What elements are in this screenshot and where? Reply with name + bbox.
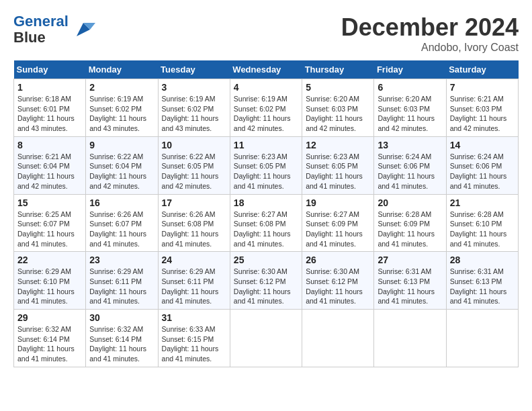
calendar-cell: 1Sunrise: 6:18 AMSunset: 6:01 PMDaylight… <box>14 79 86 137</box>
day-number: 5 <box>306 82 370 93</box>
calendar-cell: 8Sunrise: 6:21 AMSunset: 6:04 PMDaylight… <box>14 136 86 194</box>
cell-info: Sunrise: 6:19 AMSunset: 6:02 PMDaylight:… <box>234 94 298 134</box>
day-number: 17 <box>162 197 226 208</box>
cell-info: Sunrise: 6:22 AMSunset: 6:04 PMDaylight:… <box>89 152 154 191</box>
calendar-cell: 11Sunrise: 6:23 AMSunset: 6:05 PMDayligh… <box>230 136 302 194</box>
logo-text: General Blue <box>13 13 69 46</box>
calendar-cell: 22Sunrise: 6:29 AMSunset: 6:10 PMDayligh… <box>14 252 86 310</box>
calendar-cell <box>374 310 446 367</box>
calendar-cell: 16Sunrise: 6:26 AMSunset: 6:07 PMDayligh… <box>86 194 158 252</box>
calendar-cell: 27Sunrise: 6:31 AMSunset: 6:13 PMDayligh… <box>374 252 446 310</box>
day-number: 3 <box>162 82 226 93</box>
day-number: 19 <box>306 197 370 208</box>
calendar-cell: 10Sunrise: 6:22 AMSunset: 6:05 PMDayligh… <box>158 136 230 194</box>
calendar-cell: 9Sunrise: 6:22 AMSunset: 6:04 PMDaylight… <box>86 136 158 194</box>
day-number: 4 <box>234 82 298 93</box>
cell-info: Sunrise: 6:27 AMSunset: 6:09 PMDaylight:… <box>306 210 370 249</box>
calendar-cell: 29Sunrise: 6:32 AMSunset: 6:14 PMDayligh… <box>14 310 86 367</box>
cell-info: Sunrise: 6:31 AMSunset: 6:13 PMDaylight:… <box>450 267 515 306</box>
day-number: 20 <box>378 197 442 208</box>
calendar-week-2: 8Sunrise: 6:21 AMSunset: 6:04 PMDaylight… <box>14 136 519 194</box>
day-number: 13 <box>378 140 442 150</box>
cell-info: Sunrise: 6:26 AMSunset: 6:08 PMDaylight:… <box>162 210 226 249</box>
cell-info: Sunrise: 6:25 AMSunset: 6:07 PMDaylight:… <box>17 210 82 249</box>
calendar-header: SundayMondayTuesdayWednesdayThursdayFrid… <box>14 60 519 79</box>
cell-info: Sunrise: 6:20 AMSunset: 6:03 PMDaylight:… <box>378 94 442 134</box>
calendar-cell: 4Sunrise: 6:19 AMSunset: 6:02 PMDaylight… <box>230 79 302 137</box>
day-number: 24 <box>162 255 226 265</box>
weekday-header-saturday: Saturday <box>446 60 518 79</box>
weekday-header-monday: Monday <box>86 60 158 79</box>
day-number: 11 <box>234 140 298 150</box>
cell-info: Sunrise: 6:29 AMSunset: 6:11 PMDaylight:… <box>89 267 154 306</box>
calendar-cell: 12Sunrise: 6:23 AMSunset: 6:05 PMDayligh… <box>302 136 374 194</box>
cell-info: Sunrise: 6:20 AMSunset: 6:03 PMDaylight:… <box>306 94 370 134</box>
weekday-header-wednesday: Wednesday <box>230 60 302 79</box>
weekday-header-thursday: Thursday <box>302 60 374 79</box>
calendar-cell: 6Sunrise: 6:20 AMSunset: 6:03 PMDaylight… <box>374 79 446 137</box>
cell-info: Sunrise: 6:19 AMSunset: 6:02 PMDaylight:… <box>162 94 226 134</box>
calendar-cell: 5Sunrise: 6:20 AMSunset: 6:03 PMDaylight… <box>302 79 374 137</box>
day-number: 30 <box>89 312 154 323</box>
calendar-cell: 15Sunrise: 6:25 AMSunset: 6:07 PMDayligh… <box>14 194 86 252</box>
calendar-cell: 17Sunrise: 6:26 AMSunset: 6:08 PMDayligh… <box>158 194 230 252</box>
cell-info: Sunrise: 6:26 AMSunset: 6:07 PMDaylight:… <box>89 210 154 249</box>
calendar-cell: 24Sunrise: 6:29 AMSunset: 6:11 PMDayligh… <box>158 252 230 310</box>
day-number: 10 <box>162 140 226 150</box>
title-block: December 2024 Andobo, Ivory Coast <box>341 13 519 54</box>
day-number: 9 <box>89 140 154 150</box>
cell-info: Sunrise: 6:18 AMSunset: 6:01 PMDaylight:… <box>17 94 82 134</box>
cell-info: Sunrise: 6:28 AMSunset: 6:09 PMDaylight:… <box>378 210 442 249</box>
cell-info: Sunrise: 6:23 AMSunset: 6:05 PMDaylight:… <box>234 152 298 191</box>
day-number: 18 <box>234 197 298 208</box>
cell-info: Sunrise: 6:31 AMSunset: 6:13 PMDaylight:… <box>378 267 442 306</box>
cell-info: Sunrise: 6:32 AMSunset: 6:14 PMDaylight:… <box>17 324 82 364</box>
day-number: 27 <box>378 255 442 265</box>
calendar-cell: 20Sunrise: 6:28 AMSunset: 6:09 PMDayligh… <box>374 194 446 252</box>
calendar-cell: 2Sunrise: 6:19 AMSunset: 6:02 PMDaylight… <box>86 79 158 137</box>
weekday-header-tuesday: Tuesday <box>158 60 230 79</box>
cell-info: Sunrise: 6:32 AMSunset: 6:14 PMDaylight:… <box>89 324 154 364</box>
day-number: 1 <box>17 82 82 93</box>
calendar-cell: 31Sunrise: 6:33 AMSunset: 6:15 PMDayligh… <box>158 310 230 367</box>
cell-info: Sunrise: 6:29 AMSunset: 6:11 PMDaylight:… <box>162 267 226 306</box>
calendar-cell: 25Sunrise: 6:30 AMSunset: 6:12 PMDayligh… <box>230 252 302 310</box>
day-number: 28 <box>450 255 515 265</box>
cell-info: Sunrise: 6:28 AMSunset: 6:10 PMDaylight:… <box>450 210 515 249</box>
day-number: 15 <box>17 197 82 208</box>
cell-info: Sunrise: 6:21 AMSunset: 6:03 PMDaylight:… <box>450 94 515 134</box>
location-title: Andobo, Ivory Coast <box>341 42 519 54</box>
day-number: 2 <box>89 82 154 93</box>
cell-info: Sunrise: 6:23 AMSunset: 6:05 PMDaylight:… <box>306 152 370 191</box>
day-number: 8 <box>17 140 82 150</box>
calendar-body: 1Sunrise: 6:18 AMSunset: 6:01 PMDaylight… <box>14 79 519 367</box>
calendar-cell <box>230 310 302 367</box>
day-number: 21 <box>450 197 515 208</box>
calendar-cell: 7Sunrise: 6:21 AMSunset: 6:03 PMDaylight… <box>446 79 518 137</box>
weekday-header-sunday: Sunday <box>14 60 86 79</box>
cell-info: Sunrise: 6:29 AMSunset: 6:10 PMDaylight:… <box>17 267 82 306</box>
day-number: 16 <box>89 197 154 208</box>
calendar-week-4: 22Sunrise: 6:29 AMSunset: 6:10 PMDayligh… <box>14 252 519 310</box>
calendar-cell: 21Sunrise: 6:28 AMSunset: 6:10 PMDayligh… <box>446 194 518 252</box>
calendar-cell <box>302 310 374 367</box>
logo-icon <box>71 17 95 42</box>
calendar-cell: 26Sunrise: 6:30 AMSunset: 6:12 PMDayligh… <box>302 252 374 310</box>
day-number: 14 <box>450 140 515 150</box>
cell-info: Sunrise: 6:21 AMSunset: 6:04 PMDaylight:… <box>17 152 82 191</box>
page-header: General Blue December 2024 Andobo, Ivory… <box>13 13 519 54</box>
weekday-header-friday: Friday <box>374 60 446 79</box>
calendar-cell <box>446 310 518 367</box>
day-number: 6 <box>378 82 442 93</box>
calendar-cell: 14Sunrise: 6:24 AMSunset: 6:06 PMDayligh… <box>446 136 518 194</box>
day-number: 29 <box>17 312 82 323</box>
day-number: 12 <box>306 140 370 150</box>
cell-info: Sunrise: 6:24 AMSunset: 6:06 PMDaylight:… <box>378 152 442 191</box>
day-number: 23 <box>89 255 154 265</box>
cell-info: Sunrise: 6:33 AMSunset: 6:15 PMDaylight:… <box>162 324 226 364</box>
cell-info: Sunrise: 6:22 AMSunset: 6:05 PMDaylight:… <box>162 152 226 191</box>
day-number: 7 <box>450 82 515 93</box>
cell-info: Sunrise: 6:24 AMSunset: 6:06 PMDaylight:… <box>450 152 515 191</box>
calendar-week-1: 1Sunrise: 6:18 AMSunset: 6:01 PMDaylight… <box>14 79 519 137</box>
calendar-week-3: 15Sunrise: 6:25 AMSunset: 6:07 PMDayligh… <box>14 194 519 252</box>
